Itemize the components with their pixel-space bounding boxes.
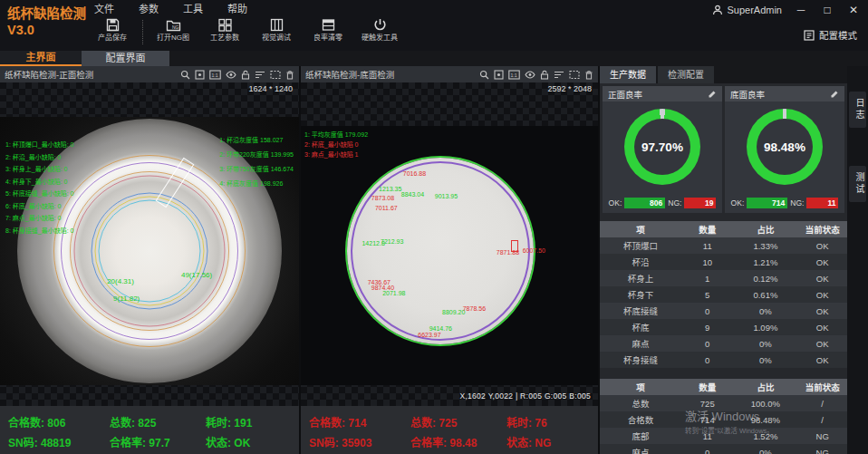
table-cell: 杯沿	[600, 256, 681, 268]
status-stat: 耗时: 191	[206, 414, 291, 434]
toolbar-label: 产品保存	[91, 34, 134, 43]
edit-pencil-icon[interactable]	[830, 90, 839, 99]
roi-rect-icon[interactable]	[270, 70, 281, 80]
tab-main-interface[interactable]: 主界面	[0, 51, 82, 66]
table-cell: 底部	[600, 430, 681, 442]
bottom-view-header: 纸杯缺陷检测-底面检测 1:1	[301, 66, 598, 82]
defect-marker: 6007.50	[523, 247, 545, 254]
annotation-line: 3: 环带750灰度值 146.674	[219, 162, 294, 177]
front-gray-value-list: 1: 杯沿灰度值 158.0272: 环带220灰度值 139.9953: 环带…	[219, 133, 294, 191]
status-stat: 合格数: 714	[309, 414, 410, 434]
menu-file[interactable]: 文件	[94, 1, 114, 15]
annotation-line: 1: 杯沿灰度值 158.027	[219, 133, 294, 148]
eye-icon[interactable]	[226, 70, 236, 80]
table-row: 底部111.52%NG	[600, 428, 847, 444]
defect-marker: 9013.95	[435, 193, 458, 199]
annotation-line: 4: 杯身下_最小缺陷: 0	[5, 176, 73, 188]
process-params-button[interactable]: 工艺参数	[203, 17, 246, 43]
table-cell: 0%	[733, 355, 797, 365]
save-product-button[interactable]: 产品保存	[91, 17, 134, 43]
table-row: 杯顶爆口111.33%OK	[600, 237, 847, 254]
defect-marker: 20(4.31)	[107, 277, 134, 285]
table-cell: OK	[797, 339, 847, 349]
user-chip[interactable]: SuperAdmin	[712, 5, 782, 15]
svg-text:1:1: 1:1	[510, 72, 516, 77]
defect-marker: 6623.97	[418, 332, 440, 338]
table-cell: 杯身接缝	[600, 353, 681, 366]
sort-list-icon[interactable]	[554, 70, 564, 80]
defect-marker: 9(11.82)	[113, 295, 140, 303]
defect-marker: 7871.88	[497, 249, 519, 256]
viewer-toolbar: 1:1	[180, 70, 294, 80]
table-cell: 11	[681, 431, 733, 441]
menu-help[interactable]: 帮助	[227, 1, 247, 15]
zoom-icon[interactable]	[479, 70, 489, 80]
side-tab-log[interactable]: 日志	[849, 92, 866, 128]
trash-icon[interactable]	[285, 70, 294, 80]
zoom-icon[interactable]	[180, 70, 190, 80]
yield-reset-button[interactable]: 良率清零	[306, 17, 350, 43]
ok-label: OK:	[731, 198, 745, 208]
table-cell: 杯底	[600, 321, 681, 333]
toolbar-label: 良率清零	[306, 34, 350, 43]
grid-icon	[203, 17, 246, 33]
config-mode-button[interactable]: 配置模式	[804, 28, 857, 42]
front-yield-value: 97.70%	[603, 140, 722, 154]
table-row: 杯身上10.12%OK	[600, 270, 847, 286]
annotation-line: 2: 环带220灰度值 139.995	[219, 148, 294, 162]
lock-icon[interactable]	[540, 70, 549, 80]
menu-tools[interactable]: 工具	[183, 1, 203, 15]
table-cell: 杯身上	[600, 272, 681, 285]
one-to-one-icon[interactable]: 1:1	[508, 70, 520, 80]
annotation-line: 3: 杯身上_最小缺陷: 0	[5, 163, 73, 176]
pixel-coords-readout: X,1602 Y,0022 | R:005 G:005 B:005	[459, 391, 591, 401]
edit-pencil-icon[interactable]	[708, 90, 717, 99]
lock-icon[interactable]	[241, 70, 250, 80]
vision-debug-button[interactable]: 视觉调试	[255, 17, 298, 43]
close-button[interactable]: ✕	[846, 4, 861, 16]
defect-table: 项数量占比当前状态杯顶爆口111.33%OK杯沿101.21%OK杯身上10.1…	[600, 221, 847, 368]
status-stat: SN码: 35903	[309, 434, 410, 454]
front-view-panel: 纸杯缺陷检测-正面检测 1:1 1624 * 1240	[0, 66, 299, 454]
roi-rect-icon[interactable]	[569, 70, 580, 80]
table-row: 麻点00%OK	[600, 335, 847, 352]
side-tab-test[interactable]: 测试	[849, 166, 866, 202]
main-tab-bar: 主界面 配置界面	[0, 51, 868, 66]
defect-marker: 7016.88	[403, 170, 426, 177]
sort-list-icon[interactable]	[255, 70, 265, 80]
eye-icon[interactable]	[525, 70, 535, 80]
fit-view-icon[interactable]	[195, 70, 205, 80]
menu-params[interactable]: 参数	[139, 1, 159, 15]
tab-production-data[interactable]: 生产数据	[600, 66, 656, 83]
bottom-view-panel: 纸杯缺陷检测-底面检测 1:1 2592 * 2048 1: 平均灰度值 179…	[301, 66, 598, 454]
tab-detection-config[interactable]: 检测配置	[658, 66, 714, 83]
table-cell: 100.0%	[733, 399, 797, 409]
table-row: 合格数71498.48%/	[600, 411, 847, 428]
table-cell: OK	[797, 290, 847, 300]
front-image-area[interactable]: 1624 * 1240 1: 杯顶爆口_最小缺陷: 02: 杯沿_最小缺陷: 0…	[0, 82, 299, 406]
table-cell: OK	[797, 323, 847, 333]
table-cell: 0	[681, 306, 733, 316]
tab-config-interface[interactable]: 配置界面	[82, 51, 169, 66]
hard-trigger-tool-button[interactable]: 硬触发工具	[358, 17, 401, 43]
defect-marker: 8809.20	[442, 309, 465, 315]
fit-view-icon[interactable]	[494, 70, 504, 80]
table-row: 杯身下50.61%OK	[600, 286, 847, 303]
table-cell: 总数	[600, 397, 681, 410]
defect-marker: 2071.98	[382, 290, 405, 296]
front-view-header: 纸杯缺陷检测-正面检测 1:1	[0, 66, 299, 82]
trash-icon[interactable]	[584, 70, 593, 80]
defect-marker: 7212.93	[381, 238, 403, 245]
maximize-button[interactable]: □	[820, 4, 834, 16]
config-mode-icon	[804, 30, 815, 41]
minimize-button[interactable]: ─	[794, 4, 808, 16]
bottom-yield-header: 底面良率	[725, 86, 844, 101]
svg-text:1:1: 1:1	[211, 72, 217, 77]
bottom-annotation-list: 1: 平均灰度值 179.0922: 杯底_最小缺陷 03: 麻点_最小缺陷 1	[304, 130, 368, 159]
one-to-one-icon[interactable]: 1:1	[209, 70, 221, 80]
striped-grid-icon	[255, 17, 298, 33]
annotation-line: 2: 杯沿_最小缺陷: 0	[5, 151, 73, 164]
annotation-line: 4: 杯底灰度值 198.926	[219, 177, 294, 191]
open-ng-image-button[interactable]: NG 打开NG图	[151, 17, 195, 43]
bottom-image-area[interactable]: 2592 * 2048 1: 平均灰度值 179.0922: 杯底_最小缺陷 0…	[301, 82, 598, 406]
